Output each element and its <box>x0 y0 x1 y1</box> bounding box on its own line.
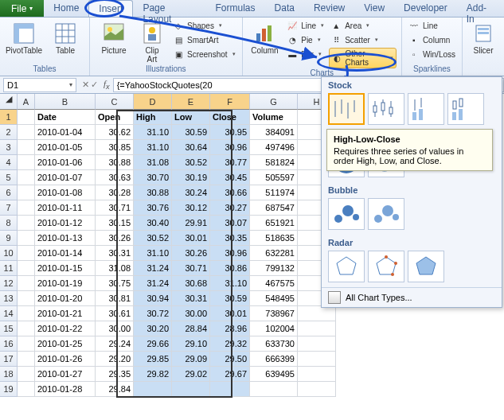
bubble-chart[interactable] <box>328 198 365 230</box>
cell-D17[interactable]: 29.85 <box>134 352 172 367</box>
all-chart-types[interactable]: All Chart Types... <box>322 287 502 307</box>
tab-view[interactable]: View <box>354 0 394 17</box>
cell-E2[interactable]: 30.59 <box>172 125 210 140</box>
bubble-3d[interactable] <box>368 198 404 230</box>
smartart-button[interactable]: ▤SmartArt <box>171 33 237 46</box>
pie-chart-button[interactable]: ◔Pie <box>285 33 326 46</box>
radar-markers[interactable] <box>368 251 404 282</box>
cell-G7[interactable]: 687547 <box>250 200 298 216</box>
cell-A13[interactable] <box>18 291 35 306</box>
cell-H19[interactable] <box>298 382 336 397</box>
colhdr-E[interactable]: E <box>172 94 210 110</box>
cell-E9[interactable]: 30.01 <box>172 231 210 246</box>
rowhdr-7[interactable]: 7 <box>0 200 18 216</box>
select-all-corner[interactable]: ◢ <box>0 94 18 110</box>
cell-F6[interactable]: 30.66 <box>210 185 250 200</box>
cell-F4[interactable]: 30.77 <box>210 155 250 170</box>
cancel-icon[interactable]: ✕ <box>82 80 89 90</box>
cell-F9[interactable]: 30.35 <box>210 231 250 246</box>
cell-E19[interactable] <box>172 382 210 397</box>
cell-A7[interactable] <box>18 200 35 216</box>
cell-B14[interactable]: 2010-01-21 <box>35 306 96 321</box>
cell-E5[interactable]: 30.19 <box>172 170 210 185</box>
cell-E3[interactable]: 30.64 <box>172 140 210 155</box>
cell-C19[interactable]: 29.84 <box>96 382 134 397</box>
cell-F1[interactable]: Close <box>210 110 250 125</box>
colhdr-B[interactable]: B <box>35 94 96 110</box>
cell-D13[interactable]: 30.94 <box>134 291 172 306</box>
cell-A14[interactable] <box>18 306 35 321</box>
cell-A8[interactable] <box>18 216 35 231</box>
cell-C7[interactable]: 30.71 <box>96 200 134 216</box>
scatter-chart-button[interactable]: ⠿Scatter <box>329 33 397 46</box>
cell-D3[interactable]: 31.10 <box>134 140 172 155</box>
cell-D4[interactable]: 31.08 <box>134 155 172 170</box>
cell-C6[interactable]: 30.28 <box>96 185 134 200</box>
cell-A19[interactable] <box>18 382 35 397</box>
cell-D7[interactable]: 30.76 <box>134 200 172 216</box>
cell-E8[interactable]: 29.91 <box>172 216 210 231</box>
colhdr-F[interactable]: F <box>210 94 250 110</box>
file-tab[interactable]: File <box>0 0 44 17</box>
cell-E10[interactable]: 30.26 <box>172 246 210 261</box>
rowhdr-6[interactable]: 6 <box>0 185 18 200</box>
cells-area[interactable]: DateOpenHighLowCloseVolume2010-01-0430.6… <box>18 110 336 397</box>
clipart-button[interactable]: Clip Art <box>136 19 168 64</box>
cell-G8[interactable]: 651921 <box>250 216 298 231</box>
rowhdr-16[interactable]: 16 <box>0 336 18 352</box>
cell-G17[interactable]: 666399 <box>250 352 298 367</box>
rowhdr-11[interactable]: 11 <box>0 261 18 276</box>
rowhdr-4[interactable]: 4 <box>0 155 18 170</box>
rowhdr-10[interactable]: 10 <box>0 246 18 261</box>
cell-G2[interactable]: 384091 <box>250 125 298 140</box>
cell-A9[interactable] <box>18 231 35 246</box>
cell-C14[interactable]: 30.61 <box>96 306 134 321</box>
cell-C1[interactable]: Open <box>96 110 134 125</box>
cell-A10[interactable] <box>18 246 35 261</box>
cell-G1[interactable]: Volume <box>250 110 298 125</box>
sparkline-line-button[interactable]: 〰Line <box>407 19 457 32</box>
cell-A1[interactable] <box>18 110 35 125</box>
cell-G5[interactable]: 505597 <box>250 170 298 185</box>
cell-A17[interactable] <box>18 352 35 367</box>
cell-H18[interactable] <box>298 367 336 382</box>
cell-B4[interactable]: 2010-01-06 <box>35 155 96 170</box>
cell-F19[interactable] <box>210 382 250 397</box>
cell-G3[interactable]: 497496 <box>250 140 298 155</box>
cell-H17[interactable] <box>298 352 336 367</box>
cell-A3[interactable] <box>18 140 35 155</box>
radar-chart[interactable] <box>328 251 365 282</box>
cell-A2[interactable] <box>18 125 35 140</box>
stock-chart-hilo-close[interactable] <box>328 93 365 125</box>
rowhdr-13[interactable]: 13 <box>0 291 18 306</box>
cell-G13[interactable]: 548495 <box>250 291 298 306</box>
colhdr-D[interactable]: D <box>134 94 172 110</box>
cell-G6[interactable]: 511974 <box>250 185 298 200</box>
cell-E16[interactable]: 29.10 <box>172 336 210 352</box>
cell-F8[interactable]: 30.07 <box>210 216 250 231</box>
cell-G12[interactable]: 467575 <box>250 276 298 291</box>
cell-C5[interactable]: 30.63 <box>96 170 134 185</box>
cell-F10[interactable]: 30.96 <box>210 246 250 261</box>
cell-A15[interactable] <box>18 321 35 336</box>
cell-D6[interactable]: 30.88 <box>134 185 172 200</box>
cell-C9[interactable]: 30.26 <box>96 231 134 246</box>
stock-chart-ohlc[interactable] <box>368 93 404 125</box>
cell-B11[interactable]: 2010-01-15 <box>35 261 96 276</box>
tab-formulas[interactable]: Formulas <box>206 0 265 17</box>
cell-B2[interactable]: 2010-01-04 <box>35 125 96 140</box>
fx-icon[interactable]: fx <box>100 79 113 91</box>
slicer-button[interactable]: Slicer <box>467 19 499 55</box>
screenshot-button[interactable]: ▣Screenshot <box>171 48 237 60</box>
cell-F15[interactable]: 28.96 <box>210 321 250 336</box>
area-chart-button[interactable]: ▲Area <box>329 19 397 32</box>
cell-F14[interactable]: 30.01 <box>210 306 250 321</box>
tab-page-layout[interactable]: Page Layout <box>133 0 205 17</box>
rowhdr-9[interactable]: 9 <box>0 231 18 246</box>
cell-E11[interactable]: 30.71 <box>172 261 210 276</box>
cell-G11[interactable]: 799132 <box>250 261 298 276</box>
cell-H15[interactable] <box>298 321 336 336</box>
cell-H16[interactable] <box>298 336 336 352</box>
column-chart-button[interactable]: Column <box>248 19 283 55</box>
cell-C17[interactable]: 29.20 <box>96 352 134 367</box>
